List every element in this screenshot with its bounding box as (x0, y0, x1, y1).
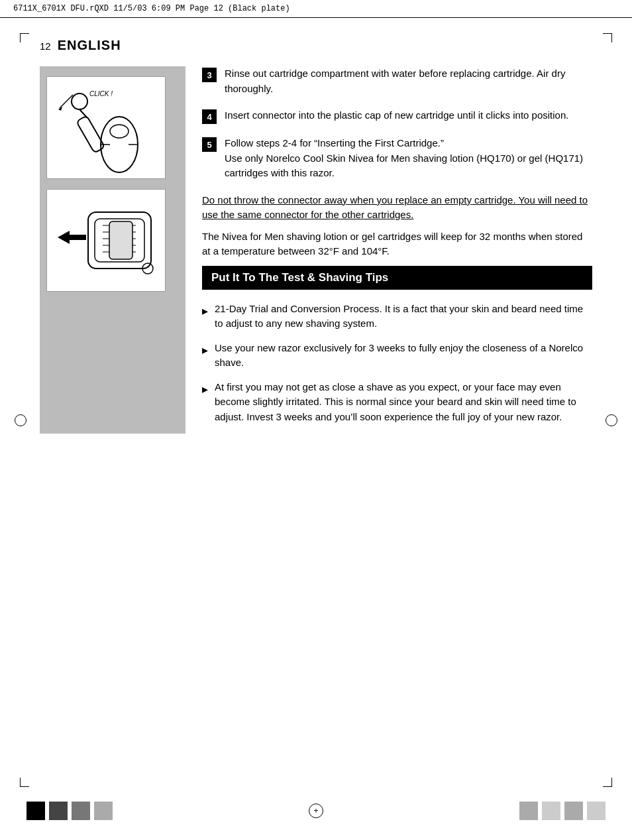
list-item: ▸ At first you may not get as close a sh… (202, 380, 592, 425)
main-layout: CLICK ! (40, 66, 592, 434)
insert-illustration (50, 192, 162, 288)
svg-marker-10 (58, 231, 86, 244)
bullet-diamond-icon: ▸ (202, 341, 208, 359)
step-4: 4 Insert connector into the plastic cap … (202, 108, 592, 124)
image-insert (46, 189, 166, 292)
step-4-text: Insert connector into the plastic cap of… (225, 108, 568, 123)
svg-rect-18 (109, 221, 132, 259)
right-text-column: 3 Rinse out cartridge compartment with w… (185, 66, 592, 434)
svg-point-7 (110, 125, 129, 138)
bottom-reg-mark: + (309, 804, 323, 818)
color-swatch-dark (49, 802, 68, 820)
bullet-diamond-icon: ▸ (202, 381, 208, 398)
left-image-column: CLICK ! (40, 66, 185, 434)
step-4-number: 4 (202, 109, 217, 124)
bullet-list: ▸ 21-Day Trial and Conversion Process. I… (202, 302, 592, 425)
step-5-text: Follow steps 2-4 for “Inserting the Firs… (225, 136, 592, 181)
step-3-text: Rinse out cartridge compartment with wat… (225, 66, 592, 96)
image-click: CLICK ! (46, 76, 166, 179)
click-illustration: CLICK ! (53, 82, 159, 174)
color-swatch-mid (72, 802, 90, 820)
page-title-row: 12 ENGLISH (40, 38, 592, 53)
bullet-diamond-icon: ▸ (202, 302, 208, 320)
bottom-squares-right (519, 802, 606, 820)
svg-text:CLICK !: CLICK ! (89, 90, 113, 97)
step-5: 5 Follow steps 2-4 for “Inserting the Fi… (202, 136, 592, 181)
color-swatch-light2 (564, 802, 583, 820)
section-header: Put It To The Test & Shaving Tips (202, 266, 592, 290)
bullet-text-2: Use your new razor exclusively for 3 wee… (215, 341, 592, 371)
color-swatch-lighter2 (587, 802, 606, 820)
corner-mark-br (603, 778, 612, 787)
page-content: 12 ENGLISH CLICK ! (0, 18, 632, 453)
header-text: 6711X_6701X DFU.rQXD 11/5/03 6:09 PM Pag… (13, 4, 290, 13)
header-bar: 6711X_6701X DFU.rQXD 11/5/03 6:09 PM Pag… (0, 0, 632, 18)
corner-mark-bl (20, 778, 29, 787)
storage-note: The Nivea for Men shaving lotion or gel … (202, 229, 592, 259)
list-item: ▸ 21-Day Trial and Conversion Process. I… (202, 302, 592, 331)
color-swatch-lighter (542, 802, 560, 820)
color-swatch-black (26, 802, 45, 820)
page-number: 12 (40, 40, 51, 52)
step-3-number: 3 (202, 68, 217, 82)
underline-note: Do not throw the connector away when you… (202, 193, 592, 223)
page-language-title: ENGLISH (58, 38, 121, 53)
svg-point-0 (72, 93, 87, 109)
list-item: ▸ Use your new razor exclusively for 3 w… (202, 341, 592, 371)
bottom-row: + (0, 802, 632, 820)
step-5-number: 5 (202, 137, 217, 152)
bullet-text-1: 21-Day Trial and Conversion Process. It … (215, 302, 592, 331)
step-3: 3 Rinse out cartridge compartment with w… (202, 66, 592, 96)
color-swatch-light-r (519, 802, 538, 820)
bullet-text-3: At first you may not get as close a shav… (215, 380, 592, 425)
bottom-squares-left (26, 802, 113, 820)
color-swatch-light (94, 802, 113, 820)
